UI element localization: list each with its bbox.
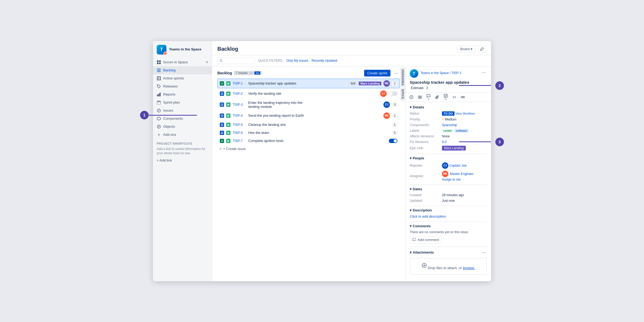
issue-title[interactable]: Enter the landing trajectory into the la… xyxy=(248,101,314,109)
versions-tab[interactable]: VERSIONS xyxy=(400,68,405,87)
issue-row[interactable]: ▶ TISP-3 Enter the landing trajectory in… xyxy=(217,99,400,110)
component-icon xyxy=(157,116,161,121)
issue-title[interactable]: Send the pre-landing report to Earth xyxy=(248,114,314,118)
comments-section-title[interactable]: ▾ Comments xyxy=(410,224,487,228)
issue-checkbox[interactable] xyxy=(220,131,224,135)
tutorial-line-1 xyxy=(149,115,197,116)
svg-rect-17 xyxy=(160,93,161,96)
attachments-more-button[interactable]: ··· xyxy=(481,249,487,256)
svg-point-13 xyxy=(158,85,158,86)
detail-info-icon[interactable] xyxy=(408,95,415,99)
click-to-add-description[interactable]: Click to add description xyxy=(410,214,487,218)
search-box[interactable] xyxy=(217,57,255,64)
issue-title[interactable]: Spaceship tracker app updates xyxy=(248,81,347,85)
issue-checkbox[interactable] xyxy=(220,103,224,107)
board-button[interactable]: Board ▾ xyxy=(457,46,475,52)
sidebar-item-objects[interactable]: Objects xyxy=(153,123,212,131)
reporter-label: Reporter: xyxy=(410,164,442,167)
people-section-title[interactable]: ▾ People xyxy=(410,156,487,160)
issue-checkbox[interactable] xyxy=(220,139,224,143)
sidebar-item-components[interactable]: Components xyxy=(153,115,212,123)
detail-link-icon[interactable] xyxy=(459,95,467,99)
sidebar-item-sprint-plan[interactable]: Sprint plan xyxy=(153,98,212,107)
search-input[interactable] xyxy=(224,59,253,63)
svg-point-24 xyxy=(220,60,222,61)
assignee-avatar: CJ xyxy=(383,101,390,108)
epic-link-label: Epic Link: xyxy=(410,146,442,150)
svg-rect-29 xyxy=(221,132,223,134)
details-section-title[interactable]: ▾ Details xyxy=(410,105,487,109)
dates-section-title[interactable]: ▾ Dates xyxy=(410,187,487,191)
detail-list-icon[interactable] xyxy=(416,95,424,99)
filter-my-issues[interactable]: Only My Issues xyxy=(286,59,308,63)
sidebar-item-add-ons[interactable]: Add-ons xyxy=(153,131,212,139)
issue-checkbox[interactable] xyxy=(220,81,224,86)
detail-code-icon[interactable] xyxy=(451,95,458,99)
issue-checkbox[interactable] xyxy=(220,114,224,118)
detail-comment-icon[interactable]: 0 xyxy=(425,94,432,101)
tutorial-line-2 xyxy=(459,85,491,86)
issue-row[interactable]: ▶ TISP-4 Send the pre-landing report to … xyxy=(217,111,400,120)
filter-recently-updated[interactable]: Recently Updated xyxy=(312,59,337,63)
collapse-icon: ▾ xyxy=(410,156,412,160)
issue-checkbox[interactable] xyxy=(220,92,224,96)
sidebar-item-backlog[interactable]: Backlog xyxy=(153,66,212,74)
create-issue-row[interactable]: + + Create issue xyxy=(217,145,400,152)
issue-checkbox[interactable] xyxy=(220,123,224,127)
sidebar-item-releases[interactable]: Releases xyxy=(153,82,212,90)
issue-title[interactable]: Verify the landing site xyxy=(248,92,312,96)
issue-type-icon: ▶ xyxy=(226,131,230,135)
detail-action-bar: 0 0 xyxy=(405,93,491,102)
attachments-section-title[interactable]: ▾ Attachments xyxy=(410,250,434,254)
sidebar-item-issues[interactable]: Issues xyxy=(153,107,212,115)
backlog-section-header: Backlog 7 issues — 10 Create sprint ··· xyxy=(217,70,400,76)
attachment-drop-zone[interactable]: Drop files to attach, or browse. xyxy=(410,258,487,275)
epics-tab[interactable]: EPICS xyxy=(400,88,405,101)
sidebar-item-active-sprints[interactable]: Active sprints xyxy=(153,74,212,82)
collapse-icon: ▾ xyxy=(410,250,412,254)
detail-check-icon[interactable]: 0 xyxy=(442,94,449,101)
detail-more-button[interactable]: ··· xyxy=(481,69,487,76)
description-section-title[interactable]: ▾ Description xyxy=(410,208,487,212)
table-icon xyxy=(157,76,161,80)
backlog-more-button[interactable]: ··· xyxy=(393,70,400,76)
issue-row[interactable]: ▶ TISP-1 Spaceship tracker app updates 9… xyxy=(217,79,400,88)
issue-title[interactable]: Complete ignition tests xyxy=(248,139,316,143)
sidebar-item-reports[interactable]: Reports xyxy=(153,90,212,98)
issue-row[interactable]: ▶ TISP-7 Complete ignition tests xyxy=(217,137,400,145)
epic-link-tag[interactable]: Mars Landing xyxy=(442,146,466,151)
toggle-switch[interactable] xyxy=(389,139,397,143)
issue-title[interactable]: Hire the team xyxy=(248,131,318,135)
issue-row[interactable]: ▶ TISP-5 Cleanup the landing sire 1 xyxy=(217,121,400,129)
labels-label: Labels: xyxy=(410,129,442,133)
expand-button[interactable] xyxy=(478,45,486,53)
issue-title[interactable]: Cleanup the landing sire xyxy=(248,123,318,127)
priority-label: Priority: xyxy=(410,118,442,121)
issue-row[interactable]: ▶ TISP-6 Hire the team 5 xyxy=(217,129,400,137)
browse-link[interactable]: browse. xyxy=(463,266,475,270)
add-link-button[interactable]: + Add link xyxy=(157,158,208,163)
create-sprint-button[interactable]: Create sprint xyxy=(364,70,390,76)
sidebar-header[interactable]: T + Teams in the Space xyxy=(153,41,212,57)
view-workflow-link[interactable]: View Workflow xyxy=(456,112,475,115)
status-label: Status: xyxy=(410,112,442,115)
tutorial-badge-2: 2 xyxy=(495,81,504,90)
toggle-switch[interactable] xyxy=(389,92,397,96)
reporter-name[interactable]: Captain Joe xyxy=(449,164,467,167)
detail-breadcrumb[interactable]: Teams in the Space / TISP-1 xyxy=(420,71,462,75)
component-link[interactable]: Spaceship xyxy=(442,123,457,127)
issue-row[interactable]: ▶ TISP-2 Verify the landing site CJ xyxy=(217,89,400,98)
assign-me-link[interactable]: Assign to me xyxy=(442,178,474,181)
svg-rect-15 xyxy=(158,94,159,96)
fix-version-label: Fix Version/s: xyxy=(410,140,442,144)
created-row: Created: 28 minutes ago xyxy=(410,193,487,197)
detail-attachment-icon[interactable] xyxy=(433,95,441,99)
add-comment-button[interactable]: Add comment xyxy=(410,236,442,243)
fix-version-link[interactable]: 9.0 xyxy=(442,140,447,144)
sidebar-item-scrum-in-space[interactable]: Scrum in Space ▾ xyxy=(153,58,212,66)
affects-version-row: Affects Version/s: None xyxy=(410,134,487,138)
chart-icon xyxy=(157,92,161,97)
assignee-avatar: ME xyxy=(442,171,448,177)
collapse-icon: ▾ xyxy=(410,208,412,212)
assignee-name[interactable]: Master Engineer xyxy=(450,172,474,176)
